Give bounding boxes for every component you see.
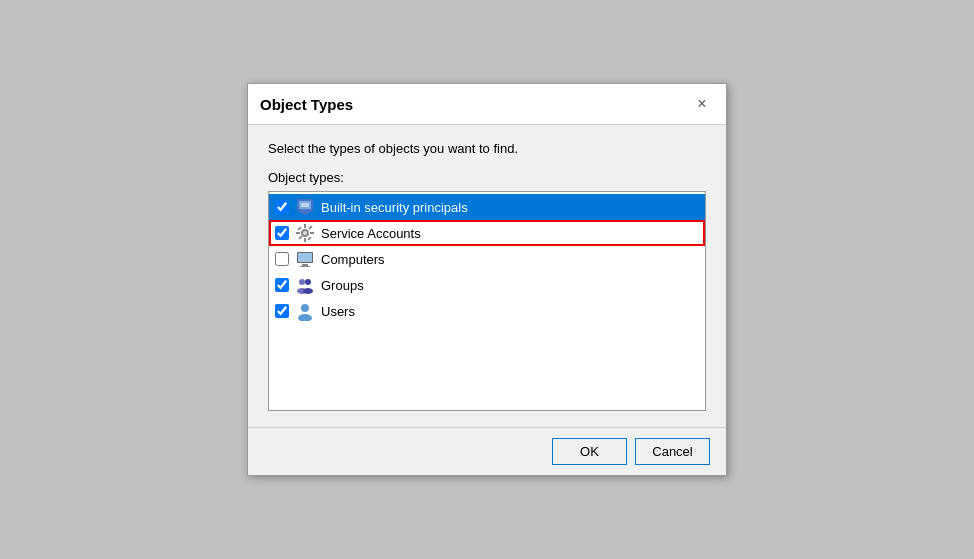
computer-icon	[295, 249, 315, 269]
svg-rect-8	[296, 232, 300, 234]
list-item-groups[interactable]: Groups	[269, 272, 705, 298]
svg-rect-6	[304, 224, 306, 228]
svg-rect-13	[308, 225, 312, 229]
checkbox-service-accounts[interactable]	[275, 226, 289, 240]
dialog-body: Select the types of objects you want to …	[248, 125, 726, 427]
svg-rect-17	[300, 266, 310, 267]
item-label-service-accounts: Service Accounts	[321, 226, 421, 241]
svg-rect-11	[307, 236, 311, 240]
list-item-built-in[interactable]: Built-in security principals	[269, 194, 705, 220]
item-label-built-in: Built-in security principals	[321, 200, 468, 215]
object-types-list: Built-in security principals Service Acc…	[268, 191, 706, 411]
checkbox-computers[interactable]	[275, 252, 289, 266]
checkbox-groups[interactable]	[275, 278, 289, 292]
item-label-users: Users	[321, 304, 355, 319]
svg-point-5	[303, 231, 307, 235]
svg-rect-7	[304, 238, 306, 242]
cancel-button[interactable]: Cancel	[635, 438, 710, 465]
list-item-service-accounts[interactable]: Service Accounts	[269, 220, 705, 246]
item-label-groups: Groups	[321, 278, 364, 293]
list-item-computers[interactable]: Computers	[269, 246, 705, 272]
instruction-text: Select the types of objects you want to …	[268, 141, 706, 156]
svg-rect-12	[298, 235, 302, 239]
svg-rect-3	[301, 203, 309, 207]
svg-rect-10	[297, 226, 301, 230]
close-button[interactable]: ×	[690, 92, 714, 116]
svg-point-19	[305, 279, 311, 285]
svg-rect-16	[302, 264, 308, 266]
dialog-title: Object Types	[260, 96, 353, 113]
svg-point-21	[303, 288, 313, 294]
checkbox-users[interactable]	[275, 304, 289, 318]
list-item-users[interactable]: Users	[269, 298, 705, 324]
shield-icon	[295, 197, 315, 217]
dialog-footer: OK Cancel	[248, 427, 726, 475]
close-icon: ×	[697, 95, 706, 113]
object-types-dialog: Object Types × Select the types of objec…	[247, 83, 727, 476]
group-icon	[295, 275, 315, 295]
item-label-computers: Computers	[321, 252, 385, 267]
checkbox-built-in[interactable]	[275, 200, 289, 214]
svg-point-23	[298, 314, 312, 321]
title-bar: Object Types ×	[248, 84, 726, 125]
user-icon	[295, 301, 315, 321]
gear-icon	[295, 223, 315, 243]
svg-point-22	[301, 304, 309, 312]
ok-button[interactable]: OK	[552, 438, 627, 465]
svg-point-18	[299, 279, 305, 285]
svg-rect-9	[310, 232, 314, 234]
section-label: Object types:	[268, 170, 706, 185]
svg-rect-15	[298, 253, 312, 262]
